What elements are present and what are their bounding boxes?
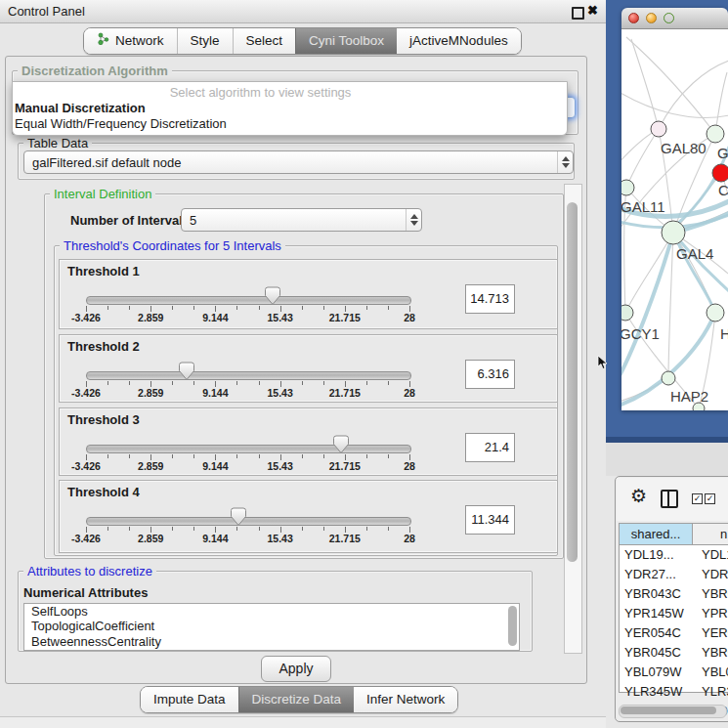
minor-tick bbox=[236, 454, 237, 458]
table-row[interactable]: YLR345WYLR3 bbox=[620, 682, 728, 702]
checkbox-icon[interactable]: ✓ bbox=[705, 493, 715, 504]
cell-shared-name: YBR043C bbox=[620, 584, 698, 604]
slider-thumb[interactable] bbox=[332, 435, 350, 454]
column-layout-icon[interactable] bbox=[661, 490, 678, 508]
column-header-1[interactable]: shared... bbox=[620, 524, 693, 544]
table-data-combo[interactable]: galFiltered.sif default node bbox=[23, 150, 574, 174]
cell-name: YPR1 bbox=[698, 604, 728, 623]
float-window-icon[interactable] bbox=[572, 7, 584, 20]
cell-name: YLR3 bbox=[698, 682, 728, 702]
table-row[interactable]: YDL19...YDL1 bbox=[620, 545, 728, 565]
numerical-attributes-list[interactable]: SelfLoopsTopologicalCoefficientBetweenne… bbox=[23, 603, 520, 651]
node-label: GA bbox=[717, 145, 728, 161]
network-node-gal80[interactable] bbox=[651, 121, 666, 137]
network-window[interactable]: GAL80GACGAL11GAL4GCY1HHAP2 bbox=[621, 8, 728, 410]
threshold-value-field[interactable]: 6.316 bbox=[465, 360, 515, 389]
table-panel-container: ⚙ ✓ ✓ shared...n YDL19...YDL1YDR27...YDR… bbox=[615, 476, 728, 722]
network-node-h[interactable] bbox=[707, 304, 724, 321]
tab-jactivemnodules[interactable]: jActiveMNodules bbox=[397, 28, 521, 54]
minor-tick bbox=[366, 454, 367, 458]
minor-tick bbox=[172, 381, 173, 385]
algorithm-popup-hint: Select algorithm to view settings bbox=[13, 85, 508, 100]
apply-button[interactable]: Apply bbox=[261, 656, 331, 682]
cell-shared-name: YLR345W bbox=[620, 682, 698, 702]
minor-tick bbox=[323, 306, 324, 310]
slider-thumb[interactable] bbox=[230, 507, 247, 527]
threshold-value-field[interactable]: 21.4 bbox=[465, 433, 515, 462]
attribute-item[interactable]: TopologicalCoefficient bbox=[24, 619, 519, 633]
threshold-value-field[interactable]: 14.713 bbox=[465, 284, 515, 314]
bottom-tab-bar: Impute DataDiscretize DataInfer Network bbox=[140, 686, 458, 713]
panel-vertical-scrollbar[interactable] bbox=[564, 184, 582, 654]
network-edge bbox=[626, 129, 659, 188]
network-canvas[interactable]: GAL80GACGAL11GAL4GCY1HHAP2 bbox=[621, 29, 728, 410]
algorithm-option-2[interactable]: Equal Width/Frequency Discretization bbox=[15, 116, 227, 131]
tab-network[interactable]: Network bbox=[84, 28, 177, 54]
algorithm-option-1[interactable]: Manual Discretization bbox=[15, 101, 146, 115]
slider-track[interactable] bbox=[86, 296, 411, 305]
minor-tick bbox=[236, 306, 237, 310]
node-label: GAL80 bbox=[661, 140, 707, 156]
slider-track[interactable] bbox=[86, 445, 411, 453]
node-attribute-table[interactable]: shared...n YDL19...YDL1YDR27...YDR2YBR04… bbox=[619, 523, 728, 693]
discretization-algorithm-label: Discretization Algorithm bbox=[18, 64, 172, 78]
slider-track[interactable] bbox=[86, 517, 411, 526]
threshold-label: Threshold 4 bbox=[67, 485, 140, 499]
tab-impute-data[interactable]: Impute Data bbox=[141, 687, 238, 712]
threshold-2-panel: Threshold 2-3.4262.8599.14415.4321.71528… bbox=[59, 334, 558, 403]
cell-name: YER0 bbox=[698, 623, 728, 643]
table-row[interactable]: YPR145WYPR1 bbox=[620, 604, 728, 623]
number-of-intervals-combo[interactable]: 5 bbox=[181, 208, 422, 232]
tick-label: 21.715 bbox=[323, 387, 366, 399]
network-graph: GAL80GACGAL11GAL4GCY1HHAP2 bbox=[621, 29, 728, 410]
column-header-2[interactable]: n bbox=[693, 524, 728, 544]
minor-tick bbox=[388, 454, 389, 458]
tab-discretize-data[interactable]: Discretize Data bbox=[238, 687, 355, 712]
panel-scrollbar-thumb[interactable] bbox=[567, 202, 578, 562]
minor-tick bbox=[388, 381, 389, 385]
slider-thumb[interactable] bbox=[178, 362, 195, 381]
tick-label: -3.426 bbox=[64, 533, 107, 544]
network-edge bbox=[715, 72, 727, 134]
minor-tick bbox=[107, 454, 108, 458]
minor-tick bbox=[129, 527, 130, 531]
minor-tick bbox=[323, 454, 324, 458]
network-node-gal11[interactable] bbox=[621, 180, 634, 195]
attribute-item[interactable]: SelfLoops bbox=[24, 604, 519, 619]
tick-label: 21.715 bbox=[323, 312, 366, 323]
table-row[interactable]: YDR27...YDR2 bbox=[620, 565, 728, 584]
table-horizontal-scrollbar[interactable] bbox=[619, 705, 727, 718]
mac-zoom-icon[interactable] bbox=[664, 13, 674, 23]
mac-minimize-icon[interactable] bbox=[646, 13, 657, 23]
attribute-item[interactable]: BetweennessCentrality bbox=[24, 634, 519, 649]
table-row[interactable]: YBL079WYBL0 bbox=[620, 663, 728, 682]
network-node-ga[interactable] bbox=[707, 125, 724, 143]
tab-style[interactable]: Style bbox=[177, 28, 233, 54]
list-scrollbar-thumb[interactable] bbox=[508, 606, 517, 646]
tick-label: 9.144 bbox=[193, 533, 236, 544]
tab-infer-network[interactable]: Infer Network bbox=[354, 687, 457, 712]
checkbox-icon[interactable]: ✓ bbox=[692, 493, 703, 504]
algorithm-dropdown-popup[interactable]: Select algorithm to view settings Manual… bbox=[12, 81, 568, 136]
network-node-gcy1[interactable] bbox=[621, 305, 633, 321]
table-row[interactable]: YBR045CYBR0 bbox=[620, 643, 728, 663]
network-node-gal4[interactable] bbox=[662, 221, 685, 244]
slider-track[interactable] bbox=[86, 371, 411, 380]
tab-cyni-toolbox[interactable]: Cyni Toolbox bbox=[295, 28, 397, 54]
mac-close-icon[interactable] bbox=[628, 13, 639, 23]
table-row[interactable]: YBR043CYBR0 bbox=[620, 584, 728, 604]
close-icon[interactable]: ✖ bbox=[587, 3, 598, 18]
network-node-hap2[interactable] bbox=[662, 371, 675, 385]
tab-select[interactable]: Select bbox=[233, 28, 296, 54]
settings-gear-icon[interactable]: ⚙ bbox=[630, 487, 647, 505]
network-node[interactable] bbox=[693, 403, 705, 410]
network-node-c[interactable] bbox=[712, 164, 728, 182]
tab-label: Impute Data bbox=[153, 687, 226, 712]
table-scrollbar-thumb[interactable] bbox=[621, 707, 716, 714]
slider-thumb[interactable] bbox=[264, 286, 281, 306]
number-of-intervals-value: 5 bbox=[182, 213, 406, 228]
table-row[interactable]: YER054CYER0 bbox=[620, 623, 728, 643]
cell-name: YBR0 bbox=[698, 643, 728, 663]
cell-name: YDR2 bbox=[698, 565, 728, 584]
threshold-value-field[interactable]: 11.344 bbox=[465, 505, 515, 535]
